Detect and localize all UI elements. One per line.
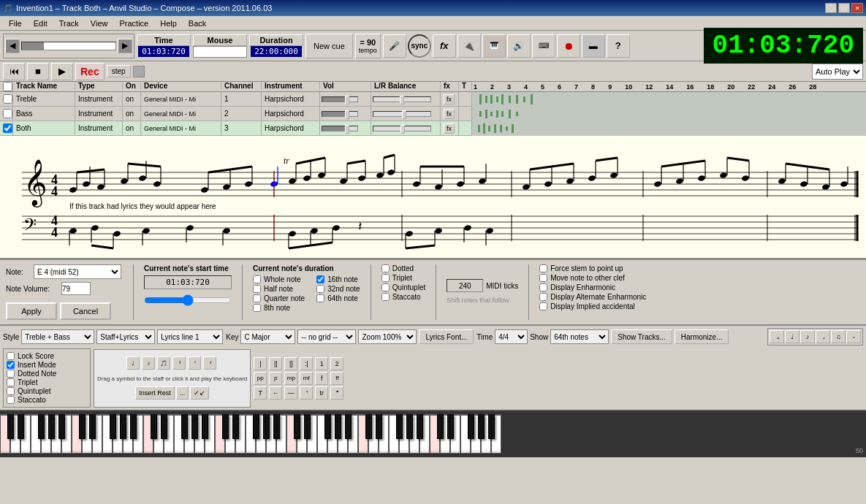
grid-select[interactable]: -- no grid -- xyxy=(297,329,356,344)
black-key[interactable] xyxy=(48,414,55,439)
black-key[interactable] xyxy=(89,414,96,439)
sym-1[interactable]: ♩ xyxy=(126,356,140,370)
sync-button[interactable]: 🎤 xyxy=(383,34,406,58)
barline-double[interactable]: || xyxy=(269,357,282,370)
insert-mode-check[interactable] xyxy=(7,361,15,369)
new-cue-button[interactable]: New cue xyxy=(305,34,353,58)
black-key[interactable] xyxy=(468,414,474,439)
tempo-control[interactable]: = 90 tempo xyxy=(355,34,381,58)
black-key[interactable] xyxy=(263,414,270,439)
menu-file[interactable]: File xyxy=(3,18,28,29)
lyrics-line-select[interactable]: Lyrics line 1 xyxy=(157,329,223,344)
black-key[interactable] xyxy=(79,414,86,439)
display-alternate-check[interactable] xyxy=(539,293,547,301)
dotted-note-check[interactable] xyxy=(7,370,15,378)
apply-button[interactable]: Apply xyxy=(6,302,57,320)
black-key[interactable] xyxy=(376,414,382,439)
sym-whole-note[interactable]: 𝅝 xyxy=(770,330,784,343)
barline-single[interactable]: | xyxy=(254,357,267,370)
sym-flag[interactable]: 𝆺 xyxy=(846,330,861,343)
black-key[interactable] xyxy=(294,414,300,439)
quintuplet-insert-check[interactable] xyxy=(7,387,15,395)
select-all-checkbox[interactable] xyxy=(3,82,12,91)
play-button[interactable]: ▶ xyxy=(51,63,73,80)
sixteenth-note-check[interactable] xyxy=(316,275,324,283)
black-key[interactable] xyxy=(488,414,495,439)
force-stem-check[interactable] xyxy=(539,264,547,272)
triplet-insert-check[interactable] xyxy=(7,378,15,386)
black-key[interactable] xyxy=(345,414,352,439)
maximize-button[interactable]: □ xyxy=(838,3,850,13)
ellipsis-button[interactable]: ... xyxy=(176,386,189,400)
black-key[interactable] xyxy=(110,414,116,439)
dash-btn[interactable]: — xyxy=(284,386,297,400)
plug-button[interactable]: 🔌 xyxy=(457,34,481,58)
black-key[interactable] xyxy=(396,414,403,439)
record-button[interactable]: ⏺ xyxy=(557,34,580,58)
start-time-slider[interactable] xyxy=(144,295,232,305)
black-key[interactable] xyxy=(151,414,157,439)
sym-3[interactable]: 🎵 xyxy=(157,356,170,370)
triplet-check[interactable] xyxy=(381,274,390,282)
cancel-button[interactable]: Cancel xyxy=(60,302,111,320)
bass-check[interactable] xyxy=(0,107,13,121)
piano-button[interactable]: 🎹 xyxy=(482,34,506,58)
time-select[interactable]: 4/4 xyxy=(495,329,528,344)
mouse-button[interactable]: Mouse xyxy=(193,34,247,46)
menu-edit[interactable]: Edit xyxy=(28,18,53,29)
pp-dynamic[interactable]: pp xyxy=(254,372,267,385)
staff-lyrics-select[interactable]: Staff+Lyrics xyxy=(96,329,155,344)
volta-1[interactable]: 1 xyxy=(315,357,328,370)
menu-track[interactable]: Track xyxy=(53,18,85,29)
insert-rest-button[interactable]: Insert Rest xyxy=(135,386,175,400)
close-button[interactable]: ✕ xyxy=(851,3,863,13)
midi-ticks-input[interactable] xyxy=(447,279,483,292)
black-key[interactable] xyxy=(406,414,413,439)
eighth-rest[interactable]: 𝄾 xyxy=(300,386,313,400)
black-key[interactable] xyxy=(202,414,208,439)
scroll-left-btn[interactable]: ◀ xyxy=(5,39,20,53)
whole-note-check[interactable] xyxy=(253,275,261,283)
sym-half-note[interactable]: ♩ xyxy=(785,330,799,343)
black-key[interactable] xyxy=(58,414,65,439)
volta-2[interactable]: 2 xyxy=(330,357,343,370)
staccato-check[interactable] xyxy=(381,293,390,301)
black-key[interactable] xyxy=(324,414,331,439)
display-enharmonic-check[interactable] xyxy=(539,283,547,291)
black-key[interactable] xyxy=(232,414,239,439)
menu-view[interactable]: View xyxy=(85,18,114,29)
stop-button[interactable]: ■ xyxy=(27,63,49,80)
mf-dynamic[interactable]: mf xyxy=(300,372,313,385)
barline-repeat-end[interactable]: :| xyxy=(300,357,313,370)
f-dynamic[interactable]: f xyxy=(315,372,328,385)
sixty-fourth-note-check[interactable] xyxy=(316,294,324,302)
quintuplet-check[interactable] xyxy=(381,283,390,291)
move-note-check[interactable] xyxy=(539,274,547,282)
note-volume-input[interactable]: 79 xyxy=(61,282,91,295)
score-area[interactable]: 𝄞 𝄢 4 4 4 4 xyxy=(0,136,866,259)
harmonize-button[interactable]: Harmonize... xyxy=(675,329,729,344)
sym-quarter-note[interactable]: ♪ xyxy=(800,330,815,343)
volume-button[interactable]: ▬ xyxy=(582,34,605,58)
black-key[interactable] xyxy=(417,414,423,439)
black-key[interactable] xyxy=(253,414,259,439)
mp-dynamic[interactable]: mp xyxy=(284,372,297,385)
bass-fx[interactable]: fx xyxy=(441,107,459,121)
lyrics-font-button[interactable]: Lyrics Font... xyxy=(419,329,474,344)
note-select[interactable]: E 4 (midi 52) xyxy=(34,264,121,279)
black-key[interactable] xyxy=(120,414,126,439)
zoom-select[interactable]: Zoom 100% xyxy=(358,329,417,344)
show-tracks-button[interactable]: Show Tracks... xyxy=(611,329,672,344)
black-key[interactable] xyxy=(447,414,454,439)
black-key[interactable] xyxy=(478,414,485,439)
minimize-button[interactable]: _ xyxy=(825,3,837,13)
thirty-second-note-check[interactable] xyxy=(316,285,324,293)
black-key[interactable] xyxy=(335,414,341,439)
eighth-note-check[interactable] xyxy=(253,304,261,312)
black-key[interactable] xyxy=(38,414,45,439)
step-button[interactable]: step xyxy=(107,65,131,77)
black-key[interactable] xyxy=(222,414,229,439)
black-key[interactable] xyxy=(437,414,444,439)
sym-2[interactable]: ♪ xyxy=(142,356,155,370)
black-key[interactable] xyxy=(161,414,167,439)
